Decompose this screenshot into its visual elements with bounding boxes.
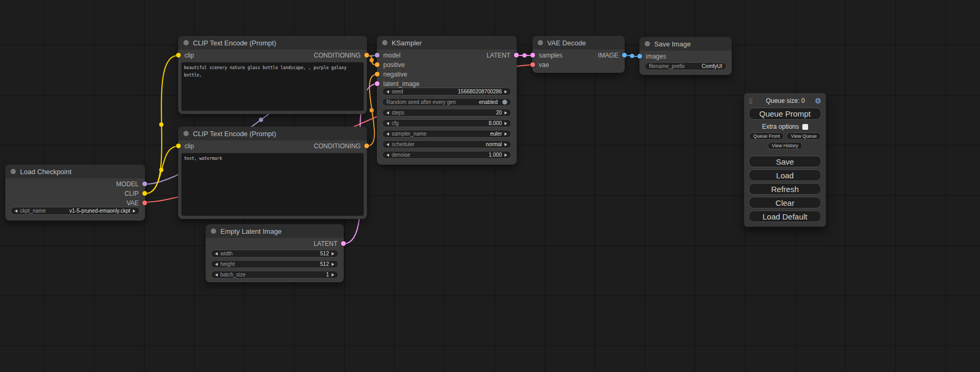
- input-label-clip: clip: [185, 52, 194, 59]
- decrement-arrow-icon[interactable]: [386, 122, 389, 125]
- height-widget[interactable]: height 512: [211, 260, 338, 268]
- view-queue-button[interactable]: View Queue: [787, 132, 821, 140]
- output-pin-model[interactable]: [142, 182, 147, 186]
- toggle-dot-icon[interactable]: [502, 100, 507, 104]
- denoise-widget[interactable]: denoise 1.000: [382, 151, 511, 159]
- decrement-arrow-icon[interactable]: [215, 263, 218, 266]
- widget-value: 512: [320, 251, 329, 256]
- output-pin-latent[interactable]: [341, 241, 346, 246]
- next-value-arrow-icon[interactable]: [504, 132, 507, 136]
- scheduler-widget[interactable]: scheduler normal: [382, 140, 511, 148]
- decrement-arrow-icon[interactable]: [215, 252, 218, 255]
- increment-arrow-icon[interactable]: [332, 273, 334, 276]
- input-pin-images[interactable]: [637, 54, 642, 59]
- node-ksampler[interactable]: KSampler model LATENT positive negative …: [377, 36, 517, 165]
- clear-button[interactable]: Clear: [749, 197, 821, 208]
- node-title-bar[interactable]: CLIP Text Encode (Prompt): [178, 36, 367, 50]
- menu-header: ⣿ Queue size: 0 ⚙: [749, 96, 821, 106]
- node-clip-text-encode-positive[interactable]: CLIP Text Encode (Prompt) clip CONDITION…: [178, 36, 367, 114]
- queue-prompt-button[interactable]: Queue Prompt: [749, 108, 821, 120]
- node-title-bar[interactable]: VAE Decode: [532, 36, 625, 50]
- increment-arrow-icon[interactable]: [332, 252, 334, 255]
- refresh-button[interactable]: Refresh: [749, 183, 821, 195]
- output-pin-conditioning[interactable]: [364, 53, 369, 58]
- steps-widget[interactable]: steps 20: [382, 109, 511, 117]
- comfy-menu-panel: ⣿ Queue size: 0 ⚙ Queue Prompt Extra opt…: [744, 93, 826, 227]
- output-pin-vae[interactable]: [142, 201, 147, 205]
- node-empty-latent-image[interactable]: Empty Latent Image LATENT width 512 heig…: [206, 224, 344, 282]
- random-seed-toggle-widget[interactable]: Random seed after every gen enabled: [382, 98, 511, 106]
- width-widget[interactable]: width 512: [211, 250, 338, 257]
- output-pin-clip[interactable]: [142, 191, 147, 196]
- decrement-arrow-icon[interactable]: [386, 111, 389, 115]
- node-load-checkpoint[interactable]: Load Checkpoint MODEL CLIP VAE ckpt_name…: [5, 165, 145, 221]
- output-pin-conditioning[interactable]: [364, 144, 369, 148]
- node-save-image[interactable]: Save Image images filename_prefix ComfyU…: [639, 37, 732, 75]
- input-label-images: images: [646, 53, 666, 60]
- collapse-dot-icon[interactable]: [211, 228, 216, 234]
- input-pin-vae[interactable]: [530, 62, 535, 67]
- prev-value-arrow-icon[interactable]: [15, 209, 17, 213]
- collapse-dot-icon[interactable]: [538, 40, 543, 45]
- extra-options-checkbox[interactable]: [802, 124, 808, 130]
- widget-label: batch_size: [220, 272, 246, 278]
- view-history-button[interactable]: View History: [768, 142, 802, 149]
- node-title-bar[interactable]: KSampler: [377, 36, 517, 50]
- collapse-dot-icon[interactable]: [11, 169, 16, 174]
- widget-value: 1: [326, 272, 329, 278]
- increment-arrow-icon[interactable]: [504, 90, 507, 93]
- increment-arrow-icon[interactable]: [504, 122, 507, 125]
- load-button[interactable]: Load: [749, 169, 821, 181]
- prev-value-arrow-icon[interactable]: [386, 143, 389, 146]
- next-value-arrow-icon[interactable]: [133, 209, 135, 213]
- decrement-arrow-icon[interactable]: [386, 154, 389, 157]
- output-label-vae: VAE: [127, 199, 139, 207]
- node-graph-canvas[interactable]: Load Checkpoint MODEL CLIP VAE ckpt_name…: [0, 0, 980, 372]
- increment-arrow-icon[interactable]: [504, 154, 507, 157]
- input-label-clip: clip: [185, 142, 194, 150]
- output-pin-image[interactable]: [622, 53, 627, 58]
- increment-arrow-icon[interactable]: [504, 111, 507, 115]
- next-value-arrow-icon[interactable]: [504, 143, 507, 146]
- node-title-bar[interactable]: CLIP Text Encode (Prompt): [178, 127, 367, 140]
- input-pin-negative[interactable]: [375, 72, 380, 77]
- output-pin-latent[interactable]: [514, 53, 519, 58]
- slot-row: LATENT: [206, 239, 344, 249]
- seed-widget[interactable]: seed 156680208700286: [382, 88, 511, 96]
- widget-label: seed: [392, 89, 403, 94]
- node-title-bar[interactable]: Load Checkpoint: [5, 165, 145, 178]
- collapse-dot-icon[interactable]: [183, 131, 189, 136]
- batch-size-widget[interactable]: batch_size 1: [211, 271, 338, 279]
- save-button[interactable]: Save: [749, 156, 821, 167]
- sampler-name-widget[interactable]: sampler_name euler: [382, 130, 511, 138]
- drag-handle-icon[interactable]: ⣿: [749, 98, 756, 104]
- node-title-bar[interactable]: Empty Latent Image: [206, 224, 344, 238]
- widget-value: euler: [490, 131, 502, 137]
- decrement-arrow-icon[interactable]: [215, 273, 218, 276]
- prompt-textarea[interactable]: beautiful scenery nature glass bottle la…: [181, 62, 364, 111]
- node-clip-text-encode-negative[interactable]: CLIP Text Encode (Prompt) clip CONDITION…: [178, 127, 367, 219]
- collapse-dot-icon[interactable]: [645, 41, 650, 46]
- collapse-dot-icon[interactable]: [382, 40, 387, 45]
- wire-midpoint-dot: [630, 54, 634, 58]
- input-pin-model[interactable]: [375, 53, 380, 58]
- node-vae-decode[interactable]: VAE Decode samples IMAGE vae: [532, 36, 625, 73]
- ckpt-name-widget[interactable]: ckpt_name v1-5-pruned-emaonly.ckpt: [11, 207, 140, 215]
- input-pin-samples[interactable]: [530, 53, 535, 58]
- input-pin-latent-image[interactable]: [375, 81, 380, 86]
- filename-prefix-widget[interactable]: filename_prefix ComfyUI: [645, 62, 726, 70]
- increment-arrow-icon[interactable]: [332, 263, 334, 266]
- collapse-dot-icon[interactable]: [183, 40, 189, 45]
- input-pin-clip[interactable]: [176, 53, 181, 58]
- input-pin-positive[interactable]: [375, 62, 380, 67]
- input-pin-clip[interactable]: [176, 144, 181, 148]
- output-label-image: IMAGE: [598, 52, 618, 59]
- settings-gear-icon[interactable]: ⚙: [814, 97, 821, 105]
- queue-front-button[interactable]: Queue Front: [749, 132, 784, 140]
- prompt-textarea[interactable]: text, watermark: [181, 153, 364, 216]
- cfg-widget[interactable]: cfg 8.000: [382, 119, 511, 127]
- load-default-button[interactable]: Load Default: [749, 211, 821, 222]
- decrement-arrow-icon[interactable]: [386, 90, 389, 93]
- node-title-bar[interactable]: Save Image: [639, 37, 732, 51]
- prev-value-arrow-icon[interactable]: [386, 132, 389, 136]
